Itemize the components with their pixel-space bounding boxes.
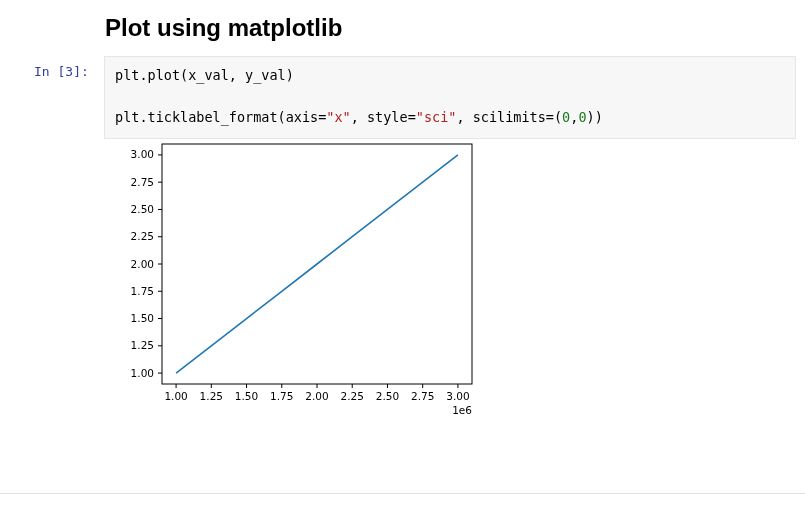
x-tick-label: 1.50 [235, 390, 258, 402]
y-tick-label: 2.00 [131, 258, 154, 270]
y-tick-label: 1.75 [131, 285, 154, 297]
section-heading: Plot using matplotlib [105, 14, 342, 42]
x-tick-label: 1.00 [164, 390, 187, 402]
input-prompt: In [3]: [34, 64, 89, 79]
x-offset-label: 1e6 [452, 404, 472, 416]
y-tick-label: 1.25 [131, 339, 154, 351]
cell-divider [0, 493, 805, 494]
x-tick-label: 2.75 [411, 390, 434, 402]
code-input[interactable]: plt.plot(x_val, y_val) plt.ticklabel_for… [104, 56, 796, 139]
y-tick-label: 2.25 [131, 230, 154, 242]
data-series [176, 155, 458, 373]
y-tick-label: 1.00 [131, 367, 154, 379]
x-tick-label: 2.25 [341, 390, 364, 402]
x-tick-label: 1.75 [270, 390, 293, 402]
y-tick-label: 1.50 [131, 312, 154, 324]
x-tick-label: 3.00 [446, 390, 469, 402]
y-tick-label: 3.00 [131, 148, 154, 160]
x-tick-label: 1.25 [200, 390, 223, 402]
line-chart: 1.001.251.501.752.002.252.502.753.001.00… [104, 134, 484, 422]
x-tick-label: 2.50 [376, 390, 399, 402]
x-tick-label: 2.00 [305, 390, 328, 402]
chart-output: 1.001.251.501.752.002.252.502.753.001.00… [104, 134, 484, 422]
y-tick-label: 2.50 [131, 203, 154, 215]
y-tick-label: 2.75 [131, 176, 154, 188]
